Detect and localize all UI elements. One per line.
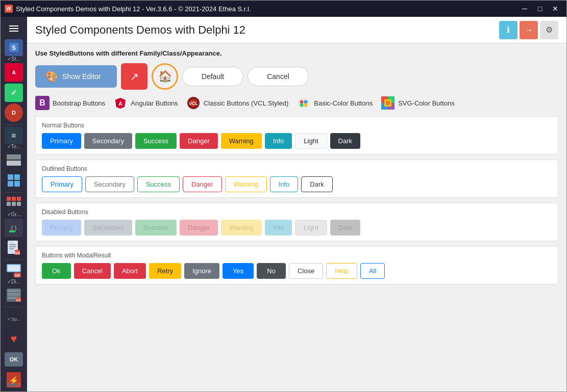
classic-icon: VCL bbox=[186, 96, 201, 110]
delphi-logo: D bbox=[9, 108, 19, 118]
sidebar-item-flash[interactable]: ⚡ bbox=[3, 370, 25, 389]
ignore-button[interactable]: Ignore bbox=[184, 263, 219, 279]
sidebar-item-grid[interactable] bbox=[3, 171, 25, 190]
titlebar: W Styled Components Demos with Delphi 12… bbox=[1, 1, 566, 17]
settings-button[interactable]: ⚙ bbox=[540, 21, 558, 39]
ok-modal-button[interactable]: Ok bbox=[42, 263, 71, 279]
dblist-svg: OK bbox=[7, 289, 21, 302]
outline-info-button[interactable]: Info bbox=[270, 176, 299, 192]
normal-light-button[interactable]: Light bbox=[295, 133, 327, 149]
outline-success-button[interactable]: Success bbox=[137, 176, 180, 192]
minimize-button[interactable]: ─ bbox=[517, 3, 532, 14]
normal-success-button[interactable]: Success bbox=[135, 133, 177, 149]
report-icon: OK bbox=[5, 239, 23, 257]
main-content: Use StyledButtons with different Family/… bbox=[27, 43, 566, 391]
disabled-btn-row: Primary Secondary Success Danger Warning… bbox=[42, 220, 552, 236]
svg-rect-44 bbox=[13, 383, 17, 386]
close-button[interactable]: ✕ bbox=[548, 3, 562, 14]
library-classic[interactable]: VCL Classic Buttons (VCL Styled) bbox=[186, 96, 288, 110]
library-svg[interactable]: SVG-Color Buttons bbox=[381, 96, 455, 110]
sidebar-to-label: ✓To... bbox=[7, 144, 21, 149]
sidebar-item-di[interactable]: OK ✓Di... bbox=[3, 262, 25, 284]
arrow-button[interactable]: → bbox=[520, 21, 538, 39]
ok-icon: OK bbox=[5, 352, 23, 367]
sidebar-st-label: ✓St... bbox=[7, 56, 20, 62]
disabled-primary-button: Primary bbox=[42, 220, 81, 236]
svg-rect-14 bbox=[12, 197, 16, 201]
maximize-button[interactable]: □ bbox=[533, 3, 547, 14]
svg-text:A: A bbox=[12, 70, 15, 75]
library-basic[interactable]: Basic-Color Buttons bbox=[297, 96, 373, 110]
dblist-icon: OK bbox=[5, 286, 23, 304]
normal-danger-button[interactable]: Danger bbox=[180, 133, 218, 149]
sidebar-item-angular[interactable]: A bbox=[3, 63, 25, 82]
show-editor-button[interactable]: 🎨 Show Editor bbox=[35, 65, 117, 88]
sidebar-hamburger[interactable] bbox=[3, 19, 25, 38]
delphi-icon: D bbox=[5, 103, 23, 122]
sidebar-item-to[interactable]: ≡ ✓To... bbox=[3, 127, 25, 149]
modal-btn-row: Ok Cancel Abort Retry Ignore Yes No Clos… bbox=[42, 263, 552, 279]
angular-lib-icon: A bbox=[113, 96, 128, 110]
yes-button[interactable]: Yes bbox=[223, 263, 254, 279]
outline-danger-button[interactable]: Danger bbox=[183, 176, 222, 192]
cancel-button[interactable]: Cancel bbox=[248, 67, 309, 86]
normal-primary-button[interactable]: Primary bbox=[42, 133, 81, 149]
disabled-success-button: Success bbox=[135, 220, 177, 236]
disabled-warning-button: Warning bbox=[221, 220, 262, 236]
svg-rect-8 bbox=[7, 161, 21, 166]
library-bootstrap[interactable]: B Bootstrap Buttons bbox=[35, 96, 105, 110]
normal-dark-button[interactable]: Dark bbox=[330, 133, 360, 149]
di-svg: OK bbox=[7, 264, 21, 277]
default-button[interactable]: Default bbox=[182, 67, 243, 86]
svg-point-53 bbox=[300, 103, 304, 107]
sidebar-item-dblist[interactable]: OK bbox=[3, 285, 25, 305]
check-icon: ✓ bbox=[5, 84, 23, 102]
close-modal-button[interactable]: Close bbox=[289, 263, 323, 279]
outline-secondary-button[interactable]: Secondary bbox=[85, 176, 134, 192]
sidebar-item-report[interactable]: OK bbox=[3, 238, 25, 257]
sidebar-item-st[interactable]: S ✓St... bbox=[3, 39, 25, 62]
all-button[interactable]: All bbox=[360, 263, 385, 279]
svg-rect-7 bbox=[7, 154, 21, 160]
svg-text:OK: OK bbox=[15, 274, 20, 277]
retry-button[interactable]: Retry bbox=[149, 263, 181, 279]
svg-rect-21 bbox=[9, 230, 12, 232]
sidebar-item-heart[interactable]: ♥ bbox=[3, 330, 25, 349]
outline-warning-button[interactable]: Warning bbox=[225, 176, 267, 192]
svg-rect-60 bbox=[386, 101, 390, 105]
outline-primary-button[interactable]: Primary bbox=[42, 176, 82, 192]
sidebar-item-ok[interactable]: OK bbox=[3, 350, 25, 369]
normal-info-button[interactable]: Info bbox=[265, 133, 292, 149]
sidebar-divider-1 bbox=[5, 124, 23, 125]
sidebar-di-label: ✓Di... bbox=[7, 279, 20, 284]
svg-lib-label: SVG-Color Buttons bbox=[398, 99, 455, 107]
svg-point-51 bbox=[300, 100, 304, 104]
sidebar-item-listview[interactable] bbox=[3, 150, 25, 170]
svg-rect-18 bbox=[17, 202, 21, 206]
no-button[interactable]: No bbox=[257, 263, 286, 279]
bootstrap-label: Bootstrap Buttons bbox=[53, 99, 105, 107]
listview-icon bbox=[5, 151, 23, 169]
sidebar-item-gr[interactable]: ✓Gr... bbox=[3, 195, 25, 217]
cancel-modal-button[interactable]: Cancel bbox=[74, 263, 111, 279]
window-controls: ─ □ ✕ bbox=[517, 3, 562, 14]
sidebar-divider-2 bbox=[5, 192, 23, 193]
sidebar-item-delphi[interactable]: D bbox=[3, 103, 25, 122]
sidebar-item-code[interactable]: {} bbox=[3, 218, 25, 238]
sidebar-item-check[interactable]: ✓ bbox=[3, 83, 25, 102]
svg-point-54 bbox=[304, 103, 308, 107]
home-button[interactable]: 🏠 bbox=[152, 63, 178, 90]
library-angular[interactable]: A Angular Buttons bbox=[113, 96, 178, 110]
normal-warning-button[interactable]: Warning bbox=[221, 133, 262, 149]
svg-point-52 bbox=[304, 100, 308, 104]
normal-secondary-button[interactable]: Secondary bbox=[84, 133, 132, 149]
help-button[interactable]: Help bbox=[326, 263, 357, 279]
code-svg: {} bbox=[7, 221, 20, 234]
abort-button[interactable]: Abort bbox=[114, 263, 146, 279]
svg-rect-43 bbox=[8, 383, 12, 386]
sidebar-item-sp[interactable]: ✓Sp... bbox=[3, 309, 25, 329]
external-link-button[interactable]: ↗ bbox=[121, 63, 147, 90]
info-button[interactable]: ℹ bbox=[499, 21, 517, 39]
outline-dark-button[interactable]: Dark bbox=[301, 176, 332, 192]
svg-rect-35 bbox=[8, 290, 20, 292]
